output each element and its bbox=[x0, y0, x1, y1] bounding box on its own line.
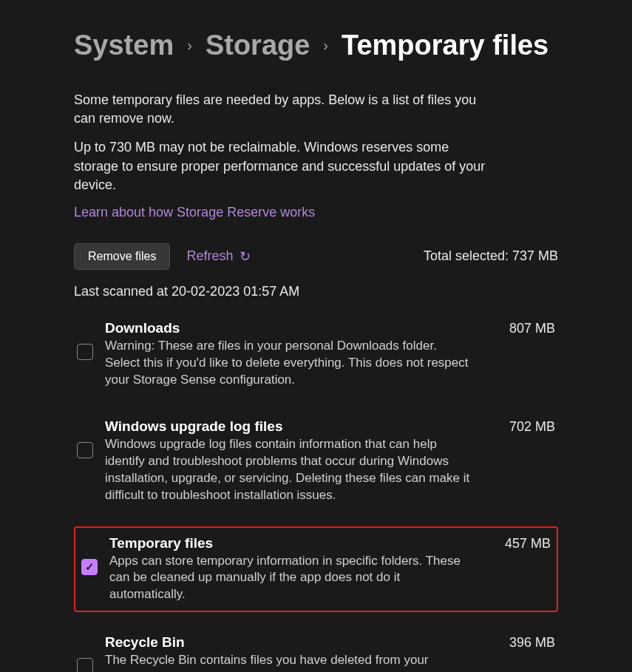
file-content: Downloads807 MBWarning: These are files … bbox=[105, 320, 555, 389]
file-description: The Recycle Bin contains files you have … bbox=[105, 652, 475, 672]
file-size: 702 MB bbox=[509, 419, 555, 435]
file-item[interactable]: Downloads807 MBWarning: These are files … bbox=[74, 313, 558, 396]
refresh-label: Refresh bbox=[186, 248, 233, 264]
file-content: Windows upgrade log files702 MBWindows u… bbox=[105, 418, 555, 504]
file-checkbox[interactable] bbox=[77, 658, 93, 672]
remove-files-button[interactable]: Remove files bbox=[74, 243, 170, 270]
breadcrumb-current: Temporary files bbox=[342, 30, 548, 61]
storage-reserve-link[interactable]: Learn about how Storage Reserve works bbox=[74, 205, 315, 220]
file-title: Windows upgrade log files bbox=[105, 418, 283, 435]
file-header: Recycle Bin396 MB bbox=[105, 634, 555, 651]
file-item[interactable]: Temporary files457 MBApps can store temp… bbox=[74, 526, 558, 613]
file-header: Downloads807 MB bbox=[105, 320, 555, 336]
file-checkbox[interactable] bbox=[77, 344, 93, 360]
refresh-button[interactable]: Refresh ↻ bbox=[176, 242, 260, 271]
refresh-icon: ↻ bbox=[239, 248, 251, 265]
total-selected: Total selected: 737 MB bbox=[424, 248, 558, 264]
file-checkbox[interactable] bbox=[77, 442, 93, 458]
breadcrumb-storage[interactable]: Storage bbox=[205, 30, 310, 61]
file-header: Windows upgrade log files702 MB bbox=[105, 418, 555, 435]
file-header: Temporary files457 MB bbox=[109, 535, 551, 551]
file-size: 807 MB bbox=[509, 321, 555, 336]
file-list: Downloads807 MBWarning: These are files … bbox=[74, 313, 558, 672]
chevron-right-icon: › bbox=[323, 37, 328, 54]
file-item[interactable]: Recycle Bin396 MBThe Recycle Bin contain… bbox=[74, 627, 558, 672]
breadcrumb-system[interactable]: System bbox=[74, 30, 174, 61]
file-description: Warning: These are files in your persona… bbox=[105, 338, 475, 389]
file-size: 396 MB bbox=[509, 635, 555, 651]
toolbar: Remove files Refresh ↻ Total selected: 7… bbox=[74, 242, 558, 271]
chevron-right-icon: › bbox=[187, 37, 192, 54]
intro-text-1: Some temporary files are needed by apps.… bbox=[74, 91, 488, 128]
file-content: Recycle Bin396 MBThe Recycle Bin contain… bbox=[105, 634, 555, 672]
file-checkbox[interactable] bbox=[81, 559, 98, 575]
breadcrumb: System › Storage › Temporary files bbox=[74, 30, 558, 61]
intro-text-2: Up to 730 MB may not be reclaimable. Win… bbox=[74, 138, 488, 194]
file-title: Downloads bbox=[105, 320, 180, 336]
last-scanned: Last scanned at 20-02-2023 01:57 AM bbox=[74, 284, 558, 299]
file-description: Windows upgrade log files contain inform… bbox=[105, 436, 475, 504]
file-size: 457 MB bbox=[505, 536, 551, 551]
file-item[interactable]: Windows upgrade log files702 MBWindows u… bbox=[74, 411, 558, 512]
file-title: Recycle Bin bbox=[105, 634, 185, 651]
file-title: Temporary files bbox=[109, 535, 213, 551]
file-description: Apps can store temporary information in … bbox=[109, 553, 479, 604]
file-content: Temporary files457 MBApps can store temp… bbox=[109, 535, 551, 604]
